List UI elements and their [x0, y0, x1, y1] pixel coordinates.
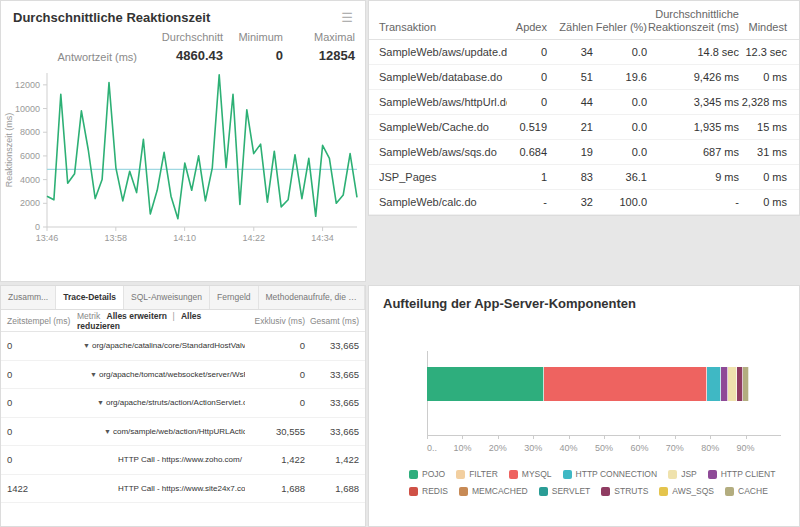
separator: | — [172, 311, 174, 321]
components-panel: Aufteilung der App-Server-Komponenten 0.… — [368, 285, 800, 527]
legend-item-http-connection[interactable]: HTTP CONNECTION — [563, 469, 658, 479]
tab-ferngeld[interactable]: Ferngeld — [210, 286, 259, 309]
table-row[interactable]: SampleWeb/Cache.do0.519210.01,935 ms15 m… — [369, 115, 799, 140]
bar-segment-cache[interactable] — [743, 367, 749, 401]
svg-text:0: 0 — [35, 222, 40, 232]
error-value: 0.0 — [593, 96, 647, 108]
trace-metric: HTTP Call - https://www.site24x7.com — [77, 484, 245, 493]
trace-row[interactable]: 0▼org/apache/catalina/core/StandardHostV… — [1, 332, 365, 361]
transactions-header: Transaktion Apdex Zählen Fehler (%) Durc… — [369, 1, 799, 40]
trace-row[interactable]: 0HTTP Call - https://www.zoho.com/1,4221… — [1, 446, 365, 475]
exclusive-value: 0 — [245, 340, 305, 351]
col-zaehlen: Zählen — [547, 21, 593, 34]
pojo-swatch-icon — [409, 470, 418, 479]
expand-all-link[interactable]: Alles erweitern — [107, 311, 167, 321]
struts-swatch-icon — [601, 487, 610, 496]
tab-sql-anweisungen[interactable]: SQL-Anweisungen — [124, 286, 210, 309]
error-value: 36.1 — [593, 171, 647, 183]
bar-segment-pojo[interactable] — [427, 367, 544, 401]
stat-col-minimum: Minimum — [223, 31, 283, 43]
trace-row[interactable]: 0▼org/apache/tomcat/websocket/server/WsF… — [1, 361, 365, 390]
axis-tick — [675, 435, 676, 439]
min-response-value: 0 ms — [739, 196, 787, 208]
components-legend: POJOFILTERMYSQLHTTP CONNECTIONJSPHTTP CL… — [409, 469, 785, 496]
collapse-caret-icon[interactable]: ▼ — [90, 371, 97, 378]
jsp-swatch-icon — [668, 470, 677, 479]
trace-row[interactable]: 0▼com/sample/web/action/HttpURLAction.ex… — [1, 418, 365, 447]
http-client-swatch-icon — [708, 470, 717, 479]
collapse-caret-icon[interactable]: ▼ — [104, 428, 111, 435]
stat-col-maximal: Maximal — [283, 31, 355, 43]
legend-item-jsp[interactable]: JSP — [668, 469, 697, 479]
legend-item-memcached[interactable]: MEMCACHED — [459, 486, 528, 496]
svg-text:8000: 8000 — [20, 127, 40, 137]
collapse-caret-icon[interactable]: ▼ — [97, 399, 104, 406]
tab-zusamm[interactable]: Zusamm... — [1, 286, 56, 309]
axis-tick — [710, 435, 711, 439]
legend-item-mysql[interactable]: MYSQL — [509, 469, 552, 479]
min-response-value: 12.3 sec — [739, 46, 787, 58]
legend-item-cache[interactable]: CACHE — [725, 486, 768, 496]
apdex-value: 1 — [507, 171, 547, 183]
legend-item-aws-sqs[interactable]: AWS_SQS — [659, 486, 714, 496]
svg-text:4000: 4000 — [20, 175, 40, 185]
svg-text:12000: 12000 — [15, 80, 40, 90]
col-apdex: Apdex — [507, 21, 547, 34]
table-row[interactable]: SampleWeb/aws/sqs.do0.684190.0687 ms31 m… — [369, 140, 799, 165]
bar-segment-http-client[interactable] — [721, 367, 728, 401]
response-time-line-chart: 02000400060008000100001200013:4613:5814:… — [1, 65, 365, 261]
avg-response-value: 9,426 ms — [647, 71, 739, 83]
exclusive-value: 0 — [245, 397, 305, 408]
trace-metric: ▼com/sample/web/action/HttpURLAction.exe… — [77, 427, 245, 436]
legend-item-http-client[interactable]: HTTP CLIENT — [708, 469, 776, 479]
total-value: 33,665 — [305, 340, 359, 351]
aws-sqs-swatch-icon — [659, 487, 668, 496]
table-row[interactable]: SampleWeb/aws/httpUrl.do0440.03,345 ms2,… — [369, 90, 799, 115]
exclusive-value: 30,555 — [245, 426, 305, 437]
legend-item-struts[interactable]: STRUTS — [601, 486, 648, 496]
avg-response-time-panel: Durchschnittliche Reaktionszeit ☰ Durchs… — [0, 0, 366, 282]
collapse-caret-icon[interactable]: ▼ — [83, 342, 90, 349]
trace-col-total: Gesamt (ms) — [305, 316, 359, 326]
trace-row[interactable]: 1422HTTP Call - https://www.site24x7.com… — [1, 475, 365, 504]
axis-label: 60% — [630, 443, 648, 453]
trace-col-metric: Metrik Alles erweitern | Alles reduziere… — [77, 311, 245, 331]
apdex-value: 0 — [507, 71, 547, 83]
table-row[interactable]: SampleWeb/aws/update.do0340.014.8 sec12.… — [369, 40, 799, 65]
stat-row-label: Antwortzeit (ms) — [11, 51, 137, 63]
legend-item-redis[interactable]: REDIS — [409, 486, 448, 496]
axis-label: 70% — [666, 443, 684, 453]
avg-response-value: 687 ms — [647, 146, 739, 158]
legend-item-filter[interactable]: FILTER — [456, 469, 498, 479]
bar-segment-mysql[interactable] — [544, 367, 707, 401]
count-value: 21 — [547, 121, 593, 133]
trace-timestamp: 0 — [7, 340, 77, 351]
axis-label: 50% — [595, 443, 613, 453]
bar-segment-http-connection[interactable] — [707, 367, 721, 401]
tab-methodenaufrufe-die-k-rzer-als-10-ms-sind[interactable]: Methodenaufrufe, die kürzer als 10 ms si… — [259, 286, 365, 309]
table-row[interactable]: JSP_Pages18336.19 ms0 ms — [369, 165, 799, 190]
trace-tab-bar: Zusamm...Trace-DetailsSQL-AnweisungenFer… — [1, 286, 365, 310]
legend-item-pojo[interactable]: POJO — [409, 469, 445, 479]
metric-label: Metrik — [77, 311, 100, 321]
count-value: 34 — [547, 46, 593, 58]
transaction-name: SampleWeb/aws/sqs.do — [379, 146, 507, 158]
total-value: 33,665 — [305, 369, 359, 380]
legend-item-servlet[interactable]: SERVLET — [539, 486, 591, 496]
apdex-value: 0 — [507, 46, 547, 58]
servlet-swatch-icon — [539, 487, 548, 496]
count-value: 44 — [547, 96, 593, 108]
table-row[interactable]: SampleWeb/database.do05119.69,426 ms0 ms — [369, 65, 799, 90]
table-row[interactable]: SampleWeb/calc.do-32100.0-0 ms — [369, 190, 799, 215]
tab-trace-details[interactable]: Trace-Details — [56, 286, 124, 309]
menu-icon[interactable]: ☰ — [341, 11, 353, 24]
axis-label: 90% — [737, 443, 755, 453]
avg-response-value: 3,345 ms — [647, 96, 739, 108]
error-value: 100.0 — [593, 196, 647, 208]
avg-response-value: 14.8 sec — [647, 46, 739, 58]
stacked-bar — [427, 367, 781, 401]
bar-segment-jsp[interactable] — [728, 367, 737, 401]
trace-row[interactable]: 0▼org/apache/struts/action/ActionServlet… — [1, 389, 365, 418]
stat-minimum-value: 0 — [223, 48, 283, 63]
trace-metric: HTTP Call - https://www.zoho.com/ — [77, 455, 245, 464]
